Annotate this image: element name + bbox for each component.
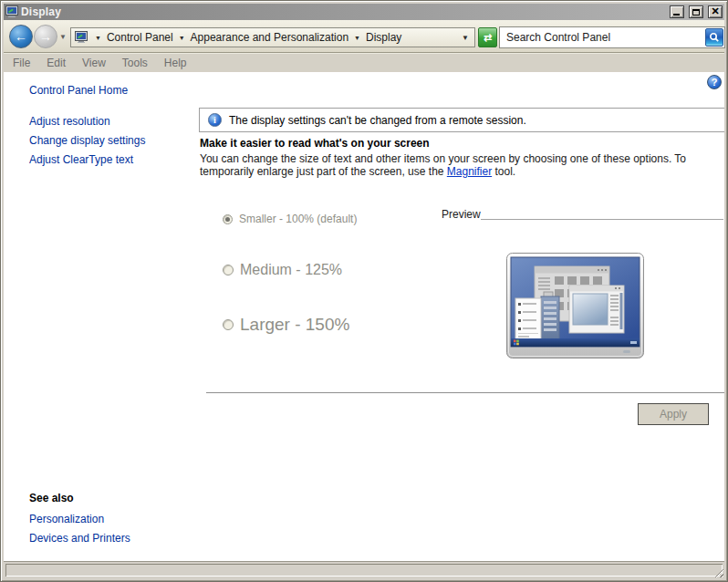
see-also-heading: See also bbox=[29, 492, 74, 504]
breadcrumb-item-appearance[interactable]: Appearance and Personalization bbox=[191, 31, 348, 44]
maximize-icon bbox=[692, 9, 700, 16]
status-field bbox=[5, 564, 723, 577]
radio-medium-label: Medium - 125% bbox=[240, 262, 342, 278]
sidebar-item-adjust-resolution[interactable]: Adjust resolution bbox=[29, 115, 110, 128]
window-title: Display bbox=[21, 5, 667, 18]
radio-smaller[interactable] bbox=[223, 214, 233, 224]
close-icon: ✕ bbox=[711, 6, 719, 16]
sidebar-item-personalization[interactable]: Personalization bbox=[29, 513, 104, 525]
content-area: ? Control Panel Home Adjust resolution C… bbox=[4, 72, 724, 561]
radio-larger[interactable] bbox=[223, 319, 234, 330]
chevron-down-icon[interactable]: ▼ bbox=[354, 35, 360, 41]
sidebar-item-change-display-settings[interactable]: Change display settings bbox=[29, 134, 145, 147]
help-icon[interactable]: ? bbox=[707, 75, 722, 89]
radio-smaller-label: Smaller - 100% (default) bbox=[239, 213, 357, 225]
apply-button[interactable]: Apply bbox=[638, 403, 709, 425]
back-button[interactable]: ← bbox=[9, 25, 33, 48]
remote-session-info-banner: i The display settings can't be changed … bbox=[199, 108, 724, 132]
radio-medium[interactable] bbox=[223, 265, 234, 275]
chevron-down-icon[interactable]: ▼ bbox=[95, 35, 101, 41]
search-icon bbox=[709, 32, 720, 43]
search-button[interactable] bbox=[705, 28, 723, 47]
search-input[interactable] bbox=[500, 27, 705, 47]
magnifier-link[interactable]: Magnifier bbox=[447, 165, 492, 178]
info-icon: i bbox=[208, 113, 222, 127]
window-monitor-icon bbox=[5, 5, 18, 18]
minimize-icon bbox=[673, 14, 680, 16]
menu-edit[interactable]: Edit bbox=[38, 57, 74, 69]
page-description: You can change the size of text and othe… bbox=[200, 152, 724, 178]
menu-tools[interactable]: Tools bbox=[114, 57, 156, 69]
sidebar-item-adjust-cleartype[interactable]: Adjust ClearType text bbox=[29, 153, 133, 166]
forward-arrow-icon: → bbox=[39, 29, 52, 44]
scaling-preview-image bbox=[506, 253, 644, 359]
display-window: Display ✕ ← → ▼ ▼ Control Panel ▼ Appear… bbox=[0, 0, 728, 582]
preview-group-label: Preview bbox=[442, 208, 481, 221]
breadcrumb-item-control-panel[interactable]: Control Panel bbox=[107, 31, 173, 44]
refresh-button[interactable]: ⇄ bbox=[478, 27, 497, 47]
search-box bbox=[499, 26, 725, 48]
breadcrumb-item-display[interactable]: Display bbox=[366, 31, 401, 44]
sidebar-item-devices-and-printers[interactable]: Devices and Printers bbox=[29, 532, 130, 545]
maximize-button[interactable] bbox=[689, 5, 703, 18]
chevron-down-icon[interactable]: ▼ bbox=[179, 35, 185, 41]
description-text-after: tool. bbox=[492, 165, 515, 178]
info-banner-text: The display settings can't be changed fr… bbox=[229, 114, 526, 127]
radio-larger-label: Larger - 150% bbox=[240, 315, 349, 335]
menu-view[interactable]: View bbox=[74, 57, 114, 69]
sidebar-item-control-panel-home[interactable]: Control Panel Home bbox=[29, 84, 128, 97]
back-arrow-icon: ← bbox=[15, 29, 27, 44]
option-row-medium: Medium - 125% bbox=[223, 262, 342, 278]
section-divider bbox=[206, 392, 724, 393]
breadcrumb-dropdown-chevron-icon[interactable]: ▼ bbox=[462, 34, 471, 42]
menu-bar: File Edit View Tools Help bbox=[4, 53, 724, 72]
title-bar: Display ✕ bbox=[4, 4, 724, 20]
forward-button[interactable]: → bbox=[34, 25, 57, 48]
page-title: Make it easier to read what's on your sc… bbox=[200, 137, 430, 150]
minimize-button[interactable] bbox=[670, 5, 684, 18]
preview-group-line bbox=[481, 219, 723, 220]
menu-file[interactable]: File bbox=[4, 57, 38, 69]
description-text: You can change the size of text and othe… bbox=[200, 152, 686, 178]
refresh-icon: ⇄ bbox=[484, 32, 492, 44]
option-row-smaller: Smaller - 100% (default) bbox=[223, 213, 357, 225]
info-glyph: i bbox=[213, 115, 216, 125]
address-breadcrumb-bar[interactable]: ▼ Control Panel ▼ Appearance and Persona… bbox=[70, 27, 475, 47]
recent-pages-chevron-icon[interactable]: ▼ bbox=[59, 33, 67, 41]
close-button[interactable]: ✕ bbox=[708, 5, 723, 18]
breadcrumb-monitor-icon bbox=[75, 31, 88, 44]
help-glyph: ? bbox=[712, 77, 718, 88]
status-bar bbox=[4, 561, 724, 578]
navigation-bar: ← → ▼ ▼ Control Panel ▼ Appearance and P… bbox=[4, 20, 724, 53]
option-row-larger: Larger - 150% bbox=[223, 315, 349, 335]
menu-help[interactable]: Help bbox=[156, 57, 195, 69]
